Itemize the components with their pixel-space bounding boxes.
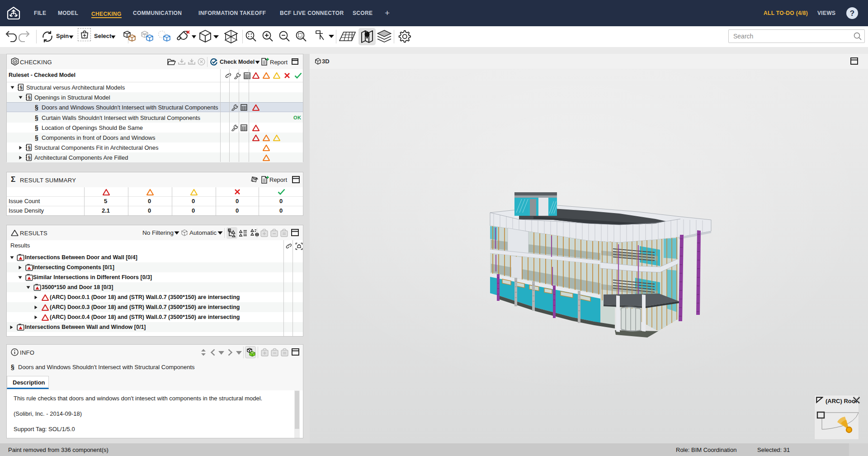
svg-text:§: § [28,95,31,100]
svg-text:?: ? [850,9,854,18]
svg-text:§: § [20,85,23,90]
svg-text:§: § [28,145,31,150]
svg-text:§: § [28,155,31,160]
